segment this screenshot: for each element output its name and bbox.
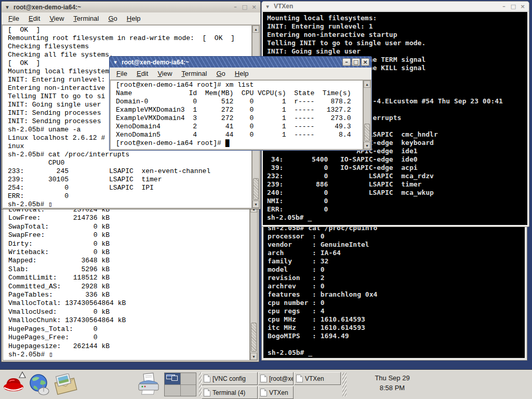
- terminal-line: VmallocChunk: 137430564864 kB: [8, 316, 249, 325]
- menu-go[interactable]: Go: [103, 13, 122, 24]
- window-xm-list-terminal: ▾ root@xen-demo-ia64:~ – □ × File Edit V…: [109, 56, 372, 151]
- menu-help[interactable]: Help: [122, 13, 145, 24]
- terminal-line: BogoMIPS : 1694.49: [268, 332, 525, 340]
- close-button[interactable]: ×: [518, 3, 527, 10]
- terminal-line: features : branchlong 0x4: [268, 290, 525, 299]
- scrollbar[interactable]: ▲ ▼: [363, 80, 371, 150]
- minimize-button[interactable]: –: [500, 3, 508, 10]
- scrollbar[interactable]: ▲ ▼: [250, 205, 258, 361]
- mini-window: [171, 376, 178, 381]
- menu-view[interactable]: View: [153, 68, 177, 79]
- scroll-up-icon[interactable]: ▲: [252, 25, 259, 33]
- terminal-line: sh-2.05b# _: [268, 349, 525, 357]
- window-menu-icon[interactable]: ▾: [264, 4, 271, 9]
- workspace-3[interactable]: [165, 385, 180, 396]
- menu-view[interactable]: View: [45, 13, 69, 24]
- close-button[interactable]: ×: [361, 58, 369, 66]
- terminal-line: sh-2.05b# ▯: [8, 201, 251, 208]
- menu-edit[interactable]: Edit: [24, 13, 45, 24]
- terminal-line: 233: 245 LSAPIC xen-event-channel: [8, 167, 251, 176]
- workspace-1[interactable]: [165, 373, 180, 384]
- window-icon: [296, 375, 303, 382]
- task-button-label: [root@xen-d: [269, 375, 294, 382]
- terminal-line: Remounting root filesystem in read-write…: [8, 34, 251, 43]
- main-menu-launcher[interactable]: [1, 371, 26, 397]
- maximize-button[interactable]: □: [509, 3, 517, 10]
- xm-list-terminal-output[interactable]: [root@xen-demo-ia64 root]# xm listName I…: [110, 80, 363, 150]
- workspace-2[interactable]: [181, 373, 196, 384]
- clock-time: 8:58 PM: [357, 383, 427, 393]
- scroll-down-icon[interactable]: ▼: [364, 142, 370, 149]
- terminal-line: XenoDomain4 2 41 0 1 ----- 49.3: [116, 123, 363, 131]
- terminal-line: INIT: Entering runlevel: 1: [267, 22, 527, 31]
- terminal-line: HugePages_Total: 0: [8, 325, 249, 334]
- window-title: root@xen-demo-ia64:~: [14, 4, 229, 11]
- task-button-terminal[interactable]: Terminal (4): [202, 386, 258, 399]
- terminal-line: family : 32: [268, 257, 525, 265]
- terminal-line: sh-2.05b# ▯: [8, 351, 249, 359]
- close-button[interactable]: ×: [250, 3, 258, 11]
- titlebar[interactable]: ▾ root@xen-demo-ia64:~ – □ ×: [110, 57, 371, 68]
- task-button-root-xen[interactable]: [root@xen-d: [258, 372, 294, 385]
- scrollbar-thumb[interactable]: [253, 178, 259, 200]
- scrollbar-thumb[interactable]: [364, 124, 370, 141]
- menu-edit[interactable]: Edit: [132, 68, 153, 79]
- terminal-line: Domain-0 0 512 0 1 r---- 878.2: [116, 98, 363, 106]
- maximize-button[interactable]: □: [352, 58, 360, 66]
- window-title: VTXen: [274, 3, 497, 10]
- terminal-line: cpu number : 0: [268, 299, 525, 307]
- task-button-label: [VNC config: [212, 375, 246, 382]
- scroll-down-icon[interactable]: ▼: [252, 201, 259, 208]
- task-button-vtxen-2[interactable]: VTXen: [258, 386, 294, 399]
- terminal-line: Hugepagesize: 262144 kB: [8, 342, 249, 351]
- terminal-line: Entering non-interactive startup: [267, 31, 527, 39]
- terminal-line: 239: 30105 LSAPIC timer: [8, 176, 251, 184]
- scroll-up-icon[interactable]: ▲: [364, 81, 370, 88]
- window-icon: [260, 375, 267, 382]
- envelope-photo-icon: [53, 374, 78, 395]
- terminal-line: vendor : GenuineIntel: [268, 241, 525, 249]
- maximize-button[interactable]: □: [241, 3, 249, 11]
- workspace-4[interactable]: [181, 385, 196, 396]
- minimize-button[interactable]: –: [342, 58, 351, 66]
- terminal-line: Mapped: 3648 kB: [8, 257, 249, 265]
- terminal-line: arch : IA-64: [268, 249, 525, 257]
- minimize-button[interactable]: –: [231, 3, 240, 11]
- titlebar[interactable]: ▾ root@xen-demo-ia64:~ – □ ×: [2, 2, 260, 12]
- taskbar-panel: [VNC config [root@xen-d VTXen Terminal (…: [0, 370, 532, 399]
- menu-go[interactable]: Go: [211, 68, 230, 79]
- terminal-line: itc MHz : 1610.614593: [268, 324, 525, 332]
- terminal-line: VmallocUsed: 0 kB: [8, 308, 249, 316]
- task-button-label: Terminal (4): [212, 389, 245, 396]
- task-button-vnc-config[interactable]: [VNC config: [202, 372, 258, 385]
- terminal-line: sh-2.05b# cat /proc/interrupts: [8, 151, 251, 159]
- window-menu-icon[interactable]: ▾: [4, 4, 11, 10]
- terminal-line: ERR: 0: [267, 205, 527, 214]
- menu-terminal[interactable]: Terminal: [177, 68, 211, 79]
- scrollbar-thumb[interactable]: [251, 323, 257, 352]
- printer-launcher[interactable]: [136, 371, 161, 397]
- window-menu-icon[interactable]: ▾: [112, 59, 119, 65]
- terminal-line: Dirty: 0 kB: [8, 240, 249, 248]
- titlebar[interactable]: ▾ VTXen – □ ×: [262, 2, 529, 11]
- terminal-line: [root@xen-demo-ia64 root]# █: [116, 139, 363, 148]
- menu-file[interactable]: File: [4, 13, 24, 24]
- terminal-line: VmallocTotal: 137430564864 kB: [8, 299, 249, 308]
- web-browser-launcher[interactable]: [27, 371, 52, 397]
- menu-terminal[interactable]: Terminal: [69, 13, 103, 24]
- clock-applet[interactable]: Thu Sep 29 8:58 PM: [357, 373, 427, 393]
- scroll-down-icon[interactable]: ▼: [250, 353, 257, 360]
- task-button-vtxen-1[interactable]: VTXen: [294, 372, 341, 385]
- terminal-line: CPU0: [8, 159, 251, 167]
- terminal-line: Checking filesystems: [8, 43, 251, 51]
- menu-file[interactable]: File: [112, 68, 132, 79]
- panel-drag-handle[interactable]: [342, 373, 347, 396]
- menu-help[interactable]: Help: [230, 68, 254, 79]
- window-title: root@xen-demo-ia64:~: [122, 59, 340, 66]
- terminal-line: Committed_AS: 2928 kB: [8, 283, 249, 291]
- menubar: File Edit View Terminal Go Help: [110, 68, 371, 80]
- terminal-line: ExampleVMXDomain4 3 272 0 1 ----- 273.0: [116, 114, 363, 123]
- meminfo-terminal-output[interactable]: LowTotal: 237024 kBLowFree: 214736 kBSwa…: [3, 205, 250, 361]
- cpuinfo-console-output[interactable]: sh-2.05b# cat /proc/cpuinfoprocessor : 0…: [263, 223, 525, 358]
- email-launcher[interactable]: [53, 371, 78, 397]
